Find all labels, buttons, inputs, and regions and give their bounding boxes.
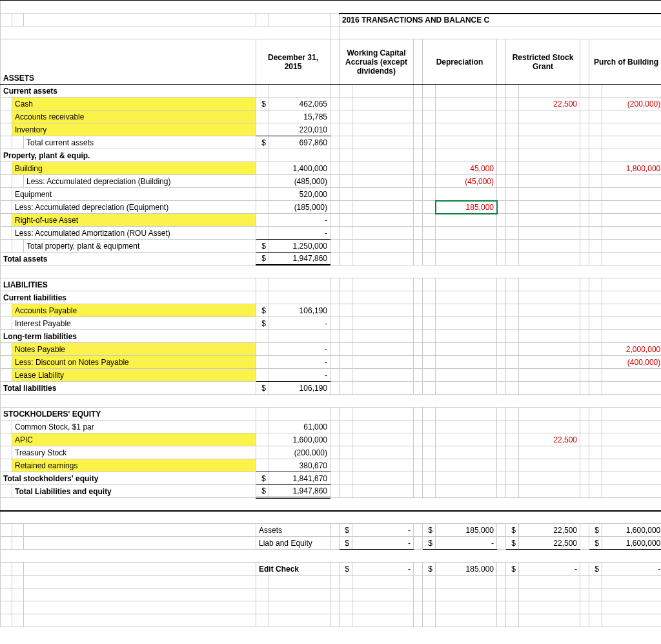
hdr-rsg: Restricted Stock Grant	[506, 39, 580, 85]
row-inv[interactable]: Inventory 220,010	[1, 123, 662, 136]
row-cl: Current liabilities	[1, 291, 256, 304]
row-adbld[interactable]: Less: Accumulated depreciation (Building…	[1, 175, 662, 188]
foot-liab[interactable]: Liab and Equity $- $- $22,500 $1,600,000	[1, 537, 662, 550]
row-ip[interactable]: Interest Payable $-	[1, 317, 662, 330]
row-apic[interactable]: APIC 1,600,000 22,500	[1, 433, 662, 446]
row-ts[interactable]: Treasury Stock (200,000)	[1, 446, 662, 459]
row-liab: LIABILITIES	[1, 278, 256, 291]
hdr-dep: Depreciation	[423, 39, 497, 85]
row-re[interactable]: Retained earnings 380,670	[1, 459, 662, 472]
hdr-wc: Working Capital Accruals (except dividen…	[340, 39, 414, 85]
foot-assets[interactable]: Assets $- $185,000 $22,500 $1,600,000	[1, 524, 662, 537]
row-tppe[interactable]: Total property, plant & equipment $1,250…	[1, 240, 662, 253]
row-ppe: Property, plant & equip.	[1, 149, 256, 162]
row-eq[interactable]: Equipment 520,000	[1, 188, 662, 201]
row-tca[interactable]: Total current assets $697,860	[1, 136, 662, 149]
row-tle[interactable]: Total Liabilities and equity $1,947,860	[1, 485, 662, 498]
title-2016: 2016 TRANSACTIONS AND BALANCE C	[340, 14, 662, 26]
row-current-assets: Current assets	[1, 85, 256, 98]
row-adam[interactable]: Less: Accumulated Amortization (ROU Asse…	[1, 227, 662, 240]
row-tse[interactable]: Total stockholders' equity $1,841,670	[1, 472, 662, 485]
spreadsheet[interactable]: 2016 TRANSACTIONS AND BALANCE C ASSETS D…	[0, 0, 661, 627]
row-adeq[interactable]: Less: Accumulated depreciation (Equipmen…	[1, 201, 662, 214]
row-cs[interactable]: Common Stock, $1 par 61,000	[1, 421, 662, 433]
hdr-dec: December 31, 2015	[256, 39, 330, 85]
row-total-assets[interactable]: Total assets $1,947,860	[1, 253, 662, 265]
foot-edit-check[interactable]: Edit Check $- $185,000 $- $-	[1, 563, 662, 576]
row-ltl: Long-term liabilities	[1, 330, 256, 343]
selected-cell[interactable]: 185,000	[436, 201, 497, 214]
hdr-pob: Purch of Building	[589, 39, 662, 85]
row-ar[interactable]: Accounts receivable 15,785	[1, 110, 662, 123]
row-se: STOCKHOLDERS' EQUITY	[1, 408, 256, 421]
row-tl[interactable]: Total liabilities $106,190	[1, 382, 662, 395]
row-ap[interactable]: Accounts Payable $106,190	[1, 304, 662, 317]
row-building[interactable]: Building 1,400,000 45,000 1,800,000	[1, 162, 662, 175]
hdr-assets: ASSETS	[1, 39, 256, 85]
row-ll[interactable]: Lease Liability -	[1, 369, 662, 382]
divider-top	[1, 1, 662, 14]
row-cash[interactable]: Cash $462,065 22,500 (200,000)	[1, 98, 662, 110]
row-dnp[interactable]: Less: Discount on Notes Payable - (400,0…	[1, 356, 662, 369]
row-rou[interactable]: Right-of-use Asset -	[1, 214, 662, 227]
row-np[interactable]: Notes Payable - 2,000,000	[1, 343, 662, 356]
